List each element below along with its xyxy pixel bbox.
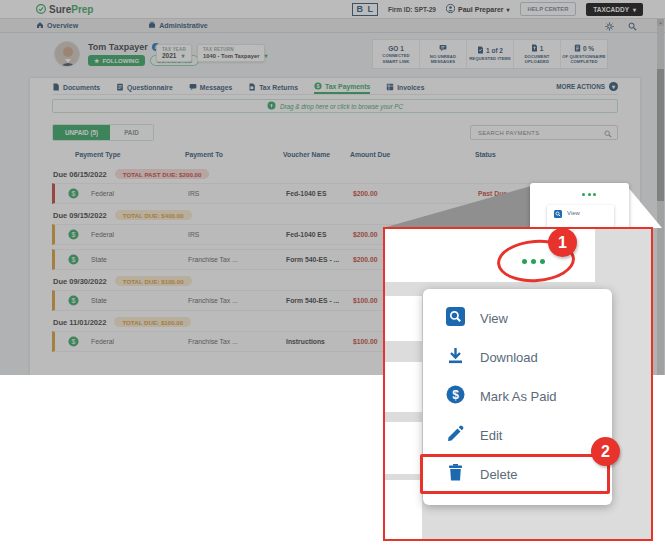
view-icon xyxy=(446,307,465,330)
menu-download-label: Download xyxy=(480,350,538,365)
view-icon xyxy=(554,210,562,218)
screenshot-root: SurePrep B L Firm ID: SPT-29 Paul Prepar… xyxy=(0,0,665,548)
dollar-circle-icon: $ xyxy=(446,385,465,408)
menu-item-view[interactable]: View xyxy=(423,299,612,338)
download-icon xyxy=(446,346,465,369)
menu-item-edit[interactable]: Edit xyxy=(423,416,612,455)
delete-highlight-rectangle xyxy=(420,454,610,494)
source-row-card: View xyxy=(530,183,629,230)
svg-text:$: $ xyxy=(452,388,459,402)
zoomed-table-row xyxy=(385,362,422,412)
menu-mark-as-paid-label: Mark As Paid xyxy=(480,389,557,404)
edit-pencil-icon xyxy=(446,424,465,447)
zoomed-table-row xyxy=(385,422,422,474)
menu-item-download[interactable]: Download xyxy=(423,338,612,377)
menu-view-label: View xyxy=(480,311,508,326)
zoomed-table-row xyxy=(385,480,422,539)
callout-step-1-badge: 1 xyxy=(548,228,577,257)
menu-item-mark-as-paid[interactable]: $ Mark As Paid xyxy=(423,377,612,416)
callout-step-2-badge: 2 xyxy=(591,437,620,466)
zoomed-table-row xyxy=(385,296,422,341)
mini-view-label[interactable]: View xyxy=(567,210,580,216)
menu-edit-label: Edit xyxy=(480,428,502,443)
row-actions-ellipsis-icon[interactable] xyxy=(582,193,596,196)
